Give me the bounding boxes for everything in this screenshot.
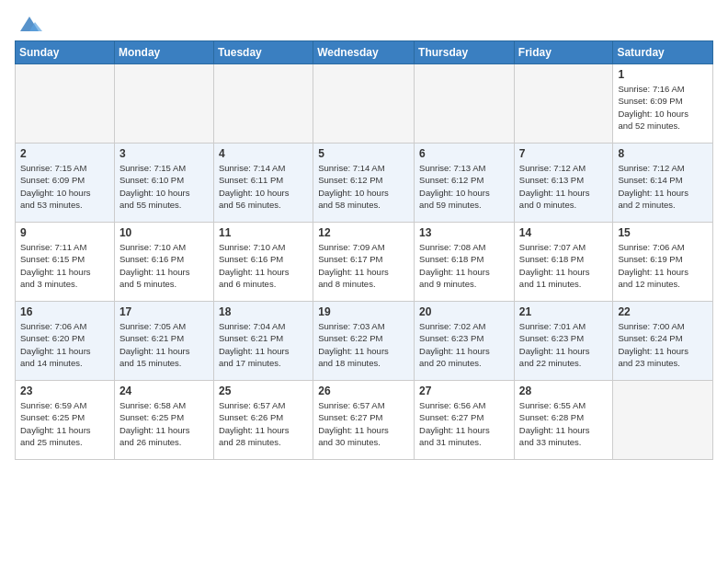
day-number: 18 xyxy=(219,305,308,318)
calendar-day-cell: 15Sunrise: 7:06 AM Sunset: 6:19 PM Dayli… xyxy=(613,223,713,302)
calendar-day-cell: 12Sunrise: 7:09 AM Sunset: 6:17 PM Dayli… xyxy=(313,223,415,302)
day-info: Sunrise: 7:11 AM Sunset: 6:15 PM Dayligh… xyxy=(20,241,109,290)
day-number: 23 xyxy=(20,385,109,397)
day-info: Sunrise: 7:12 AM Sunset: 6:13 PM Dayligh… xyxy=(519,162,609,211)
calendar-day-cell xyxy=(114,64,213,144)
calendar-day-cell: 16Sunrise: 7:06 AM Sunset: 6:20 PM Dayli… xyxy=(16,302,115,381)
day-number: 6 xyxy=(419,147,509,160)
day-number: 11 xyxy=(219,226,308,239)
day-number: 3 xyxy=(119,147,209,160)
day-info: Sunrise: 7:13 AM Sunset: 6:12 PM Dayligh… xyxy=(419,162,509,211)
calendar-day-cell xyxy=(613,381,713,460)
calendar-day-cell: 23Sunrise: 6:59 AM Sunset: 6:25 PM Dayli… xyxy=(16,381,115,460)
calendar-day-cell: 21Sunrise: 7:01 AM Sunset: 6:23 PM Dayli… xyxy=(514,302,613,381)
calendar-day-header: Tuesday xyxy=(213,41,313,64)
day-info: Sunrise: 7:16 AM Sunset: 6:09 PM Dayligh… xyxy=(618,83,708,132)
day-info: Sunrise: 6:59 AM Sunset: 6:25 PM Dayligh… xyxy=(20,399,109,448)
calendar-day-cell: 24Sunrise: 6:58 AM Sunset: 6:25 PM Dayli… xyxy=(114,381,213,460)
calendar-day-header: Monday xyxy=(114,41,213,64)
calendar-table: SundayMondayTuesdayWednesdayThursdayFrid… xyxy=(15,40,713,460)
calendar-day-cell: 4Sunrise: 7:14 AM Sunset: 6:11 PM Daylig… xyxy=(213,144,313,223)
day-info: Sunrise: 7:10 AM Sunset: 6:16 PM Dayligh… xyxy=(119,241,209,290)
day-info: Sunrise: 6:57 AM Sunset: 6:26 PM Dayligh… xyxy=(219,399,308,448)
day-number: 14 xyxy=(519,226,609,239)
day-number: 24 xyxy=(119,385,209,397)
day-number: 1 xyxy=(618,68,708,81)
day-number: 8 xyxy=(618,147,708,160)
day-number: 12 xyxy=(318,226,409,239)
day-info: Sunrise: 7:03 AM Sunset: 6:22 PM Dayligh… xyxy=(318,320,409,369)
calendar-day-cell xyxy=(313,64,415,144)
day-number: 17 xyxy=(119,305,209,318)
day-info: Sunrise: 6:56 AM Sunset: 6:27 PM Dayligh… xyxy=(419,399,509,448)
day-number: 28 xyxy=(519,385,609,397)
calendar-day-cell: 28Sunrise: 6:55 AM Sunset: 6:28 PM Dayli… xyxy=(514,381,613,460)
day-info: Sunrise: 7:08 AM Sunset: 6:18 PM Dayligh… xyxy=(419,241,509,290)
day-info: Sunrise: 6:58 AM Sunset: 6:25 PM Dayligh… xyxy=(119,399,209,448)
calendar-day-cell: 6Sunrise: 7:13 AM Sunset: 6:12 PM Daylig… xyxy=(415,144,515,223)
day-info: Sunrise: 7:15 AM Sunset: 6:10 PM Dayligh… xyxy=(119,162,209,211)
calendar-day-cell xyxy=(213,64,313,144)
day-info: Sunrise: 7:14 AM Sunset: 6:12 PM Dayligh… xyxy=(318,162,409,211)
day-number: 25 xyxy=(219,385,308,397)
day-info: Sunrise: 6:55 AM Sunset: 6:28 PM Dayligh… xyxy=(519,399,609,448)
logo xyxy=(15,15,42,33)
calendar-day-cell: 25Sunrise: 6:57 AM Sunset: 6:26 PM Dayli… xyxy=(213,381,313,460)
day-number: 27 xyxy=(419,385,509,397)
day-number: 7 xyxy=(519,147,609,160)
calendar-day-cell: 8Sunrise: 7:12 AM Sunset: 6:14 PM Daylig… xyxy=(613,144,713,223)
page-header xyxy=(15,11,713,33)
day-number: 21 xyxy=(519,305,609,318)
calendar-day-cell: 18Sunrise: 7:04 AM Sunset: 6:21 PM Dayli… xyxy=(213,302,313,381)
calendar-day-cell xyxy=(514,64,613,144)
calendar-week-row: 1Sunrise: 7:16 AM Sunset: 6:09 PM Daylig… xyxy=(16,64,713,144)
day-info: Sunrise: 7:01 AM Sunset: 6:23 PM Dayligh… xyxy=(519,320,609,369)
day-info: Sunrise: 7:04 AM Sunset: 6:21 PM Dayligh… xyxy=(219,320,308,369)
calendar-day-header: Saturday xyxy=(613,41,713,64)
calendar-day-cell: 11Sunrise: 7:10 AM Sunset: 6:16 PM Dayli… xyxy=(213,223,313,302)
calendar-day-header: Sunday xyxy=(16,41,115,64)
calendar-day-cell: 3Sunrise: 7:15 AM Sunset: 6:10 PM Daylig… xyxy=(114,144,213,223)
calendar-week-row: 2Sunrise: 7:15 AM Sunset: 6:09 PM Daylig… xyxy=(16,144,713,223)
day-number: 19 xyxy=(318,305,409,318)
calendar-day-cell: 19Sunrise: 7:03 AM Sunset: 6:22 PM Dayli… xyxy=(313,302,415,381)
calendar-day-cell: 7Sunrise: 7:12 AM Sunset: 6:13 PM Daylig… xyxy=(514,144,613,223)
day-info: Sunrise: 6:57 AM Sunset: 6:27 PM Dayligh… xyxy=(318,399,409,448)
day-info: Sunrise: 7:07 AM Sunset: 6:18 PM Dayligh… xyxy=(519,241,609,290)
day-number: 26 xyxy=(318,385,409,397)
day-number: 9 xyxy=(20,226,109,239)
day-number: 5 xyxy=(318,147,409,160)
calendar-day-cell: 20Sunrise: 7:02 AM Sunset: 6:23 PM Dayli… xyxy=(415,302,515,381)
calendar-day-cell xyxy=(415,64,515,144)
day-info: Sunrise: 7:14 AM Sunset: 6:11 PM Dayligh… xyxy=(219,162,308,211)
calendar-day-cell: 14Sunrise: 7:07 AM Sunset: 6:18 PM Dayli… xyxy=(514,223,613,302)
day-info: Sunrise: 7:06 AM Sunset: 6:20 PM Dayligh… xyxy=(20,320,109,369)
calendar-day-cell: 13Sunrise: 7:08 AM Sunset: 6:18 PM Dayli… xyxy=(415,223,515,302)
day-info: Sunrise: 7:15 AM Sunset: 6:09 PM Dayligh… xyxy=(20,162,109,211)
day-info: Sunrise: 7:10 AM Sunset: 6:16 PM Dayligh… xyxy=(219,241,308,290)
day-info: Sunrise: 7:12 AM Sunset: 6:14 PM Dayligh… xyxy=(618,162,708,211)
calendar-day-cell: 1Sunrise: 7:16 AM Sunset: 6:09 PM Daylig… xyxy=(613,64,713,144)
calendar-day-cell: 2Sunrise: 7:15 AM Sunset: 6:09 PM Daylig… xyxy=(16,144,115,223)
calendar-week-row: 23Sunrise: 6:59 AM Sunset: 6:25 PM Dayli… xyxy=(16,381,713,460)
page-container: SundayMondayTuesdayWednesdayThursdayFrid… xyxy=(0,0,728,467)
calendar-week-row: 16Sunrise: 7:06 AM Sunset: 6:20 PM Dayli… xyxy=(16,302,713,381)
calendar-day-cell: 5Sunrise: 7:14 AM Sunset: 6:12 PM Daylig… xyxy=(313,144,415,223)
calendar-header-row: SundayMondayTuesdayWednesdayThursdayFrid… xyxy=(16,41,713,64)
day-info: Sunrise: 7:05 AM Sunset: 6:21 PM Dayligh… xyxy=(119,320,209,369)
day-info: Sunrise: 7:00 AM Sunset: 6:24 PM Dayligh… xyxy=(618,320,708,369)
calendar-day-cell: 26Sunrise: 6:57 AM Sunset: 6:27 PM Dayli… xyxy=(313,381,415,460)
day-info: Sunrise: 7:06 AM Sunset: 6:19 PM Dayligh… xyxy=(618,241,708,290)
calendar-day-cell: 27Sunrise: 6:56 AM Sunset: 6:27 PM Dayli… xyxy=(415,381,515,460)
calendar-day-header: Thursday xyxy=(415,41,515,64)
calendar-day-header: Wednesday xyxy=(313,41,415,64)
calendar-day-cell xyxy=(16,64,115,144)
logo-icon xyxy=(17,13,42,35)
calendar-day-cell: 22Sunrise: 7:00 AM Sunset: 6:24 PM Dayli… xyxy=(613,302,713,381)
calendar-week-row: 9Sunrise: 7:11 AM Sunset: 6:15 PM Daylig… xyxy=(16,223,713,302)
day-info: Sunrise: 7:02 AM Sunset: 6:23 PM Dayligh… xyxy=(419,320,509,369)
calendar-day-cell: 10Sunrise: 7:10 AM Sunset: 6:16 PM Dayli… xyxy=(114,223,213,302)
day-number: 15 xyxy=(618,226,708,239)
calendar-day-cell: 9Sunrise: 7:11 AM Sunset: 6:15 PM Daylig… xyxy=(16,223,115,302)
day-number: 2 xyxy=(20,147,109,160)
